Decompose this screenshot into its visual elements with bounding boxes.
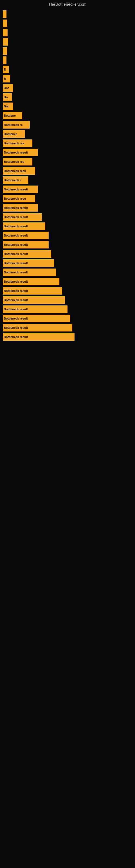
bar-label: Bottleneck r [4, 179, 21, 182]
result-bar [3, 38, 8, 45]
result-bar: B [3, 75, 10, 83]
result-bar: Bot [3, 84, 13, 92]
result-bar [3, 56, 6, 64]
bar-row [3, 47, 135, 55]
bar-label: Bottleneck result [4, 252, 28, 255]
result-bar: Bottleneck res [3, 158, 32, 165]
bar-row: Bottleneck resu [3, 195, 135, 203]
bar-row [3, 20, 135, 27]
result-bar: Bottleneck result [3, 186, 38, 193]
bar-row: Bottlene [3, 112, 135, 119]
site-title: TheBottlenecker.com [0, 0, 135, 8]
result-bar: Bottleneck r [3, 176, 28, 184]
bar-row: Bottleneck result [3, 231, 135, 239]
result-bar: Bot [3, 102, 13, 110]
bar-row: B [3, 75, 135, 83]
bar-row: Bottlenec [3, 130, 135, 138]
bar-row: Bottleneck res [3, 140, 135, 147]
result-bar: Bottleneck result [3, 231, 49, 239]
bar-label: Bottleneck result [4, 289, 28, 292]
result-bar: Bottleneck result [3, 241, 49, 248]
result-bar [3, 29, 8, 36]
result-bar: Bo [3, 93, 12, 101]
bars-container: EBBotBoBotBottleneBottleneck reBottlenec… [0, 8, 135, 345]
result-bar: Bottleneck result [3, 259, 54, 267]
bar-row: Bottleneck resu [3, 167, 135, 175]
bar-label: Bottleneck result [4, 271, 28, 274]
bar-label: Bottlene [4, 114, 16, 117]
bar-label: E [4, 68, 6, 71]
bar-label: Bot [4, 105, 9, 108]
bar-label: Bottleneck result [4, 299, 28, 302]
result-bar: Bottleneck res [3, 140, 32, 147]
bar-row: Bottleneck r [3, 176, 135, 184]
result-bar: Bottleneck result [3, 278, 59, 285]
bar-row: Bottleneck result [3, 305, 135, 313]
bar-row [3, 10, 135, 18]
result-bar: Bottleneck result [3, 213, 42, 221]
result-bar: Bottlenec [3, 130, 25, 138]
bar-row: Bottleneck result [3, 204, 135, 212]
bar-row [3, 56, 135, 64]
bar-label: Bottleneck result [4, 335, 28, 339]
bar-row: Bottleneck result [3, 296, 135, 304]
bar-label: Bottleneck result [4, 151, 28, 154]
result-bar: E [3, 66, 9, 73]
bar-label: Bottleneck result [4, 308, 28, 311]
result-bar [3, 10, 6, 18]
result-bar: Bottleneck result [3, 250, 51, 258]
bar-label: Bottleneck res [4, 160, 24, 163]
bar-label: Bottleneck result [4, 326, 28, 329]
bar-label: Bottleneck result [4, 225, 28, 228]
bar-row: Bottleneck result [3, 278, 135, 285]
bar-label: Bottleneck result [4, 243, 28, 246]
bar-row: Bottleneck result [3, 241, 135, 248]
bar-row: Bottleneck result [3, 324, 135, 332]
bar-row: Bottleneck result [3, 250, 135, 258]
bar-row: Bot [3, 84, 135, 92]
bar-row: Bottleneck result [3, 222, 135, 230]
bar-row: Bot [3, 102, 135, 110]
bar-row: Bo [3, 93, 135, 101]
bar-row: Bottleneck result [3, 149, 135, 156]
bar-row: Bottleneck result [3, 333, 135, 341]
result-bar: Bottleneck result [3, 315, 70, 322]
bar-label: Bottleneck re [4, 123, 23, 126]
bar-label: Bottleneck result [4, 280, 28, 283]
bar-label: Bottleneck result [4, 234, 28, 237]
result-bar: Bottleneck result [3, 296, 65, 304]
result-bar: Bottleneck result [3, 305, 68, 313]
bar-row: Bottleneck re [3, 121, 135, 129]
bar-label: Bottleneck res [4, 142, 24, 145]
bar-row: Bottleneck result [3, 213, 135, 221]
result-bar: Bottleneck result [3, 333, 75, 341]
bar-label: Bot [4, 86, 9, 90]
bar-row [3, 29, 135, 36]
bar-label: Bottleneck result [4, 215, 28, 219]
result-bar [3, 20, 7, 27]
bar-label: B [4, 77, 6, 80]
bar-label: Bottlenec [4, 132, 17, 135]
bar-row [3, 38, 135, 45]
bar-row: Bottleneck result [3, 186, 135, 193]
result-bar: Bottleneck result [3, 222, 45, 230]
bar-label: Bottleneck result [4, 261, 28, 265]
bar-row: Bottleneck res [3, 158, 135, 165]
result-bar [3, 47, 7, 55]
bar-label: Bottleneck result [4, 317, 28, 320]
result-bar: Bottleneck result [3, 324, 72, 332]
bar-row: Bottleneck result [3, 287, 135, 294]
bar-row: Bottleneck result [3, 259, 135, 267]
bar-label: Bottleneck resu [4, 169, 26, 173]
result-bar: Bottleneck result [3, 149, 38, 156]
bar-label: Bo [4, 95, 8, 99]
bar-row: Bottleneck result [3, 269, 135, 276]
result-bar: Bottleneck result [3, 269, 56, 276]
result-bar: Bottleneck re [3, 121, 30, 129]
bar-row: E [3, 66, 135, 73]
result-bar: Bottleneck resu [3, 167, 35, 175]
result-bar: Bottleneck result [3, 287, 62, 294]
bar-label: Bottleneck result [4, 188, 28, 191]
bar-row: Bottleneck result [3, 315, 135, 322]
bar-label: Bottleneck resu [4, 197, 26, 200]
